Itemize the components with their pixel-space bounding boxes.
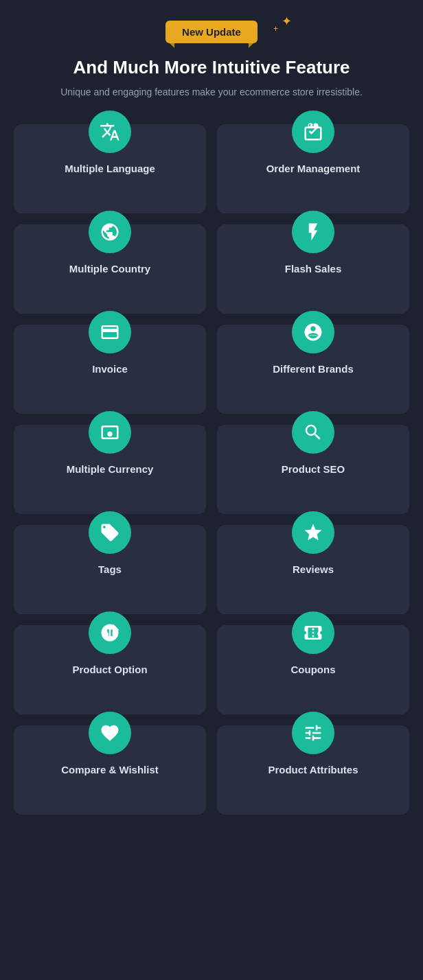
feature-card-multiple-currency[interactable]: Multiple Currency xyxy=(14,425,206,514)
product-option-icon xyxy=(89,611,131,654)
feature-label-multiple-currency: Multiple Currency xyxy=(67,463,154,475)
invoice-icon xyxy=(89,311,131,353)
multiple-country-icon xyxy=(89,211,131,253)
multiple-currency-icon xyxy=(89,411,131,454)
feature-label-flash-sales: Flash Sales xyxy=(285,263,342,275)
badge-wrapper: New Update ✦ + xyxy=(14,21,409,43)
feature-label-multiple-language: Multiple Language xyxy=(65,163,155,174)
feature-card-coupons[interactable]: Coupons xyxy=(217,625,409,714)
feature-card-compare-wishlist[interactable]: Compare & Wishlist xyxy=(14,725,206,815)
flash-sales-icon xyxy=(292,211,334,253)
feature-card-product-attributes[interactable]: Product Attributes xyxy=(217,725,409,815)
feature-label-product-seo: Product SEO xyxy=(282,463,345,475)
feature-label-reviews: Reviews xyxy=(293,563,334,575)
multiple-language-icon xyxy=(89,110,131,153)
coupons-icon xyxy=(292,611,334,654)
product-seo-icon xyxy=(292,411,334,454)
compare-wishlist-icon xyxy=(89,712,131,754)
feature-card-flash-sales[interactable]: Flash Sales xyxy=(217,224,409,314)
page-wrapper: New Update ✦ + And Much More Intuitive F… xyxy=(0,0,423,842)
product-attributes-icon xyxy=(292,712,334,754)
new-update-badge: New Update xyxy=(165,21,258,43)
order-management-icon xyxy=(292,110,334,153)
feature-card-different-brands[interactable]: Different Brands xyxy=(217,325,409,414)
feature-card-order-management[interactable]: Order Management xyxy=(217,124,409,213)
features-grid: Multiple Language Order Management Multi… xyxy=(14,124,409,815)
page-subtitle: Unique and engaging features make your e… xyxy=(14,85,409,100)
sparkle-icon-2: + xyxy=(273,24,278,34)
feature-card-multiple-country[interactable]: Multiple Country xyxy=(14,224,206,314)
feature-label-product-attributes: Product Attributes xyxy=(268,764,358,775)
feature-label-compare-wishlist: Compare & Wishlist xyxy=(61,764,159,775)
header-section: New Update ✦ + And Much More Intuitive F… xyxy=(14,21,409,100)
feature-card-tags[interactable]: Tags xyxy=(14,525,206,614)
reviews-icon xyxy=(292,511,334,554)
different-brands-icon xyxy=(292,311,334,353)
tags-icon xyxy=(89,511,131,554)
feature-label-coupons: Coupons xyxy=(291,664,336,675)
feature-card-product-option[interactable]: Product Option xyxy=(14,625,206,714)
feature-card-product-seo[interactable]: Product SEO xyxy=(217,425,409,514)
feature-label-invoice: Invoice xyxy=(92,363,128,375)
feature-label-different-brands: Different Brands xyxy=(273,363,354,375)
feature-label-product-option: Product Option xyxy=(72,664,147,675)
page-title: And Much More Intuitive Feature xyxy=(14,57,409,78)
sparkle-icon-1: ✦ xyxy=(282,14,292,29)
feature-card-multiple-language[interactable]: Multiple Language xyxy=(14,124,206,213)
feature-label-order-management: Order Management xyxy=(266,163,361,174)
feature-label-tags: Tags xyxy=(98,563,122,575)
feature-card-invoice[interactable]: Invoice xyxy=(14,325,206,414)
feature-label-multiple-country: Multiple Country xyxy=(69,263,150,275)
feature-card-reviews[interactable]: Reviews xyxy=(217,525,409,614)
